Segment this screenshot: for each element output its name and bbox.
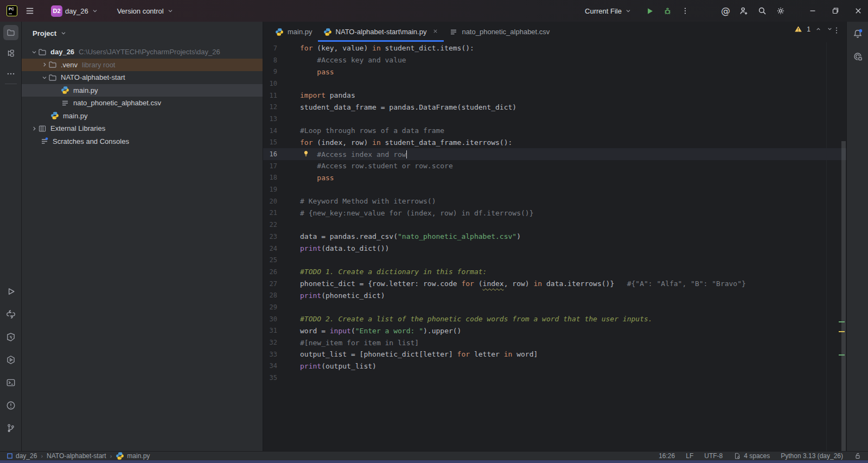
next-problem-icon[interactable]: [826, 26, 833, 33]
tool-stripe-python-console[interactable]: [3, 329, 18, 345]
ai-assistant-icon[interactable]: @: [721, 5, 730, 16]
code-line-8[interactable]: 8 #Access key and value: [263, 54, 846, 66]
line-number: 13: [263, 115, 277, 123]
editor-tab-nato-phonetic-alphabet-csv[interactable]: nato_phonetic_alphabet.csv: [444, 22, 555, 42]
tool-stripe-structure[interactable]: [3, 46, 18, 61]
editor-tab-nato-alphabet-start-main-py[interactable]: NATO-alphabet-start\main.py: [318, 22, 444, 42]
code-line-25[interactable]: 25: [263, 254, 846, 266]
close-button[interactable]: [854, 7, 863, 15]
scratches-icon: [40, 137, 49, 145]
tool-stripe-services[interactable]: [3, 352, 18, 367]
project-widget[interactable]: D2 day_26: [48, 3, 102, 19]
error-stripe-mark[interactable]: [839, 321, 845, 322]
debug-button[interactable]: [663, 7, 672, 16]
code-line-10[interactable]: 10: [263, 78, 846, 90]
settings-icon[interactable]: [776, 6, 786, 16]
code-line-15[interactable]: 15for (index, row) in student_data_frame…: [263, 137, 846, 149]
tool-stripe-python-packages[interactable]: [3, 307, 18, 322]
tool-stripe-version-control[interactable]: [3, 421, 18, 436]
code-line-24[interactable]: 24print(data.to_dict()): [263, 243, 846, 255]
breadcrumb[interactable]: day_26›NATO-alphabet-start›main.py: [7, 452, 150, 460]
tool-stripe-project[interactable]: [3, 25, 18, 40]
add-user-icon[interactable]: [739, 6, 749, 16]
status-caret-position[interactable]: 16:26: [659, 452, 675, 460]
status-interpreter[interactable]: Python 3.13 (day_26): [781, 452, 843, 460]
tool-stripe-ai-assistant[interactable]: [850, 49, 865, 64]
tab-label: main.py: [288, 28, 312, 36]
run-button[interactable]: [645, 7, 654, 16]
titlebar: PC D2 day_26 Version control Current Fil…: [0, 0, 868, 22]
tree-item-scratches-and-consoles[interactable]: Scratches and Consoles: [22, 135, 263, 148]
python-icon: [50, 111, 59, 120]
status-readonly-toggle[interactable]: [854, 452, 861, 460]
tree-item-nato-phonetic-alphabet-csv[interactable]: nato_phonetic_alphabet.csv: [22, 97, 263, 110]
code-line-32[interactable]: 32#[new_item for item in list]: [263, 337, 846, 348]
code-line-21[interactable]: 21# {new_key:new_value for (index, row) …: [263, 207, 846, 219]
breadcrumb-item[interactable]: day_26: [7, 452, 37, 460]
prev-problem-icon[interactable]: [815, 26, 822, 33]
tree-item--venv[interactable]: .venvlibrary root: [22, 59, 263, 72]
code-line-30[interactable]: 30#TODO 2. Create a list of the phonetic…: [263, 313, 846, 325]
code-line-29[interactable]: 29: [263, 301, 846, 313]
tree-item-nato-alphabet-start[interactable]: NATO-alphabet-start: [22, 71, 263, 84]
breadcrumb-item[interactable]: NATO-alphabet-start: [47, 452, 106, 460]
breadcrumb-item[interactable]: main.py: [116, 452, 150, 460]
restore-button[interactable]: [831, 7, 840, 15]
code-line-13[interactable]: 13: [263, 113, 846, 125]
tool-stripe-more-tools[interactable]: [3, 66, 18, 81]
tree-item-main-py[interactable]: main.py: [22, 84, 263, 97]
code-line-11[interactable]: 11import pandas: [263, 90, 846, 102]
tool-stripe-notifications[interactable]: [850, 26, 865, 41]
intention-bulb-icon[interactable]: [302, 150, 310, 157]
code-line-23[interactable]: 23data = pandas.read_csv("nato_phonetic_…: [263, 231, 846, 243]
code-line-9[interactable]: 9 pass: [263, 66, 846, 78]
minimize-button[interactable]: [808, 7, 817, 15]
code-line-20[interactable]: 20# Keyword Method with iterrows(): [263, 195, 846, 207]
editor-tab-main-py[interactable]: main.py: [270, 22, 318, 42]
tree-item-day-26[interactable]: day_26C:\Users\JAYTECH\PycharmProjects\d…: [22, 46, 263, 59]
tab-close-icon[interactable]: [432, 28, 438, 36]
error-stripe-mark[interactable]: [839, 354, 845, 356]
tool-stripe-problems[interactable]: [3, 398, 18, 413]
chevron-right-icon[interactable]: [30, 125, 38, 132]
code-line-19[interactable]: 19: [263, 183, 846, 195]
tool-stripe-terminal[interactable]: [3, 375, 18, 390]
code-line-22[interactable]: 22: [263, 219, 846, 231]
chevron-down-icon[interactable]: [30, 48, 38, 56]
search-icon[interactable]: [757, 6, 767, 16]
tool-stripe-run[interactable]: [3, 284, 18, 299]
run-config-widget[interactable]: Current File: [582, 5, 635, 17]
main-menu-icon[interactable]: [25, 6, 35, 16]
tree-item-external-libraries[interactable]: External Libraries: [22, 122, 263, 135]
editor-scrollbar[interactable]: [841, 141, 846, 451]
line-number: 22: [263, 221, 277, 229]
chevron-down-icon[interactable]: [41, 74, 48, 81]
code-line-16[interactable]: 16 #Access index and row: [263, 148, 846, 160]
code-line-35[interactable]: 35: [263, 372, 846, 384]
status-indent[interactable]: 4 spaces: [733, 452, 770, 460]
tree-item-main-py[interactable]: main.py: [22, 110, 263, 123]
project-panel-header[interactable]: Project: [22, 22, 263, 45]
code-line-33[interactable]: 33output_list = [phonetic_dict[letter] f…: [263, 348, 846, 360]
code-line-34[interactable]: 34print(output_list): [263, 360, 846, 372]
error-stripe-mark[interactable]: [839, 331, 845, 332]
code-line-14[interactable]: 14#Loop through rows of a data frame: [263, 125, 846, 137]
code-line-27[interactable]: 27phonetic_dict = {row.letter: row.code …: [263, 278, 846, 290]
code-line-17[interactable]: 17 #Access row.student or row.score: [263, 160, 846, 172]
vcs-widget[interactable]: Version control: [114, 5, 177, 17]
status-line-separator[interactable]: LF: [686, 452, 693, 460]
code-line-28[interactable]: 28print(phonetic_dict): [263, 289, 846, 301]
code-line-26[interactable]: 26#TODO 1. Create a dictionary in this f…: [263, 266, 846, 278]
project-tool-window: Project day_26C:\Users\JAYTECH\PycharmPr…: [22, 22, 263, 451]
code-line-18[interactable]: 18 pass: [263, 172, 846, 184]
more-actions-icon[interactable]: [681, 7, 690, 15]
status-encoding[interactable]: UTF-8: [704, 452, 723, 460]
code-editor[interactable]: 7for (key, value) in student_dict.items(…: [263, 42, 846, 451]
code-line-7[interactable]: 7for (key, value) in student_dict.items(…: [263, 42, 846, 54]
breadcrumb-label: NATO-alphabet-start: [47, 452, 106, 460]
code-line-12[interactable]: 12student_data_frame = pandas.DataFrame(…: [263, 101, 846, 113]
code-line-31[interactable]: 31word = input("Enter a word: ").upper(): [263, 325, 846, 337]
tab-options-icon[interactable]: [832, 26, 841, 35]
chevron-right-icon[interactable]: [41, 61, 48, 68]
inspection-widget[interactable]: 1: [794, 25, 833, 33]
